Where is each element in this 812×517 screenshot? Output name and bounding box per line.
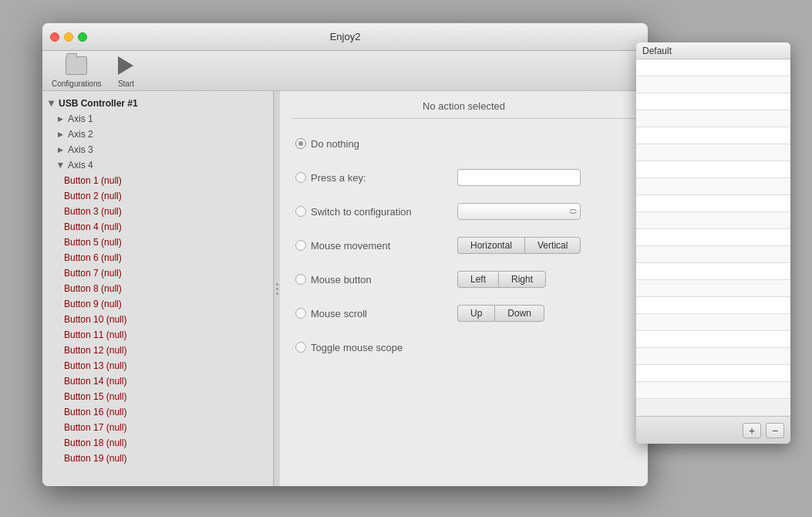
left-button[interactable]: Left: [457, 271, 498, 288]
list-item[interactable]: [636, 178, 790, 195]
button13-label: Button 13 (null): [64, 360, 126, 371]
axis-3[interactable]: ▶ Axis 3: [42, 142, 273, 157]
mouse-movement-label[interactable]: Mouse movement: [295, 240, 450, 252]
button-11[interactable]: Button 11 (null): [42, 327, 273, 343]
do-nothing-radio[interactable]: [295, 138, 306, 149]
mouse-scroll-row: Mouse scroll Up Down: [295, 301, 632, 326]
do-nothing-label[interactable]: Do nothing: [295, 138, 450, 150]
list-item[interactable]: [636, 280, 790, 297]
toolbar: Configurations Start: [42, 51, 648, 91]
up-button[interactable]: Up: [457, 305, 494, 322]
right-button[interactable]: Right: [498, 271, 546, 288]
button-3[interactable]: Button 3 (null): [42, 204, 273, 219]
list-item[interactable]: [636, 348, 790, 365]
list-item[interactable]: [636, 229, 790, 246]
main-window: Enjoy2 Configurations Start ▶: [42, 23, 648, 486]
axis2-label: Axis 2: [68, 129, 93, 140]
mouse-button-radio[interactable]: [295, 274, 306, 285]
list-item[interactable]: [636, 93, 790, 110]
list-item[interactable]: [636, 59, 790, 76]
button-18[interactable]: Button 18 (null): [42, 435, 273, 451]
key-input[interactable]: [457, 169, 581, 186]
button11-label: Button 11 (null): [64, 329, 126, 340]
toggle-mouse-radio[interactable]: [295, 342, 306, 353]
button-13[interactable]: Button 13 (null): [42, 358, 273, 373]
usb-controller-root[interactable]: ▶ USB Controller #1: [42, 96, 273, 111]
options-container: Do nothing Press a key:: [280, 119, 648, 372]
horizontal-button[interactable]: Horizontal: [457, 237, 524, 254]
list-item[interactable]: [636, 246, 790, 263]
button-5[interactable]: Button 5 (null): [42, 235, 273, 250]
button-14[interactable]: Button 14 (null): [42, 373, 273, 389]
button-10[interactable]: Button 10 (null): [42, 312, 273, 327]
list-item[interactable]: [636, 263, 790, 280]
traffic-lights: [50, 32, 87, 42]
do-nothing-row: Do nothing: [295, 131, 632, 156]
axis-4[interactable]: ▶ Axis 4: [42, 157, 273, 173]
default-title: Default: [642, 46, 672, 56]
list-item[interactable]: [636, 331, 790, 348]
list-item[interactable]: [636, 365, 790, 382]
axis1-arrow: ▶: [58, 115, 63, 123]
panel-header: No action selected: [291, 91, 636, 119]
mouse-button-text: Mouse button: [311, 274, 372, 286]
add-button[interactable]: +: [743, 423, 761, 438]
remove-button[interactable]: −: [766, 423, 784, 438]
start-button[interactable]: Start: [113, 53, 138, 88]
mouse-scroll-controls: Up Down: [457, 305, 544, 322]
switch-config-controls: [457, 203, 581, 220]
mouse-button-label[interactable]: Mouse button: [295, 274, 450, 286]
config-select-wrapper: [457, 203, 581, 220]
button18-label: Button 18 (null): [64, 438, 126, 448]
button-17[interactable]: Button 17 (null): [42, 420, 273, 435]
folder-icon: [66, 56, 87, 75]
list-item[interactable]: [636, 297, 790, 314]
mouse-scroll-label[interactable]: Mouse scroll: [295, 308, 450, 319]
switch-config-row: Switch to configuration: [295, 199, 632, 224]
maximize-button[interactable]: [78, 32, 87, 42]
list-item[interactable]: [636, 144, 790, 161]
button-9[interactable]: Button 9 (null): [42, 296, 273, 312]
axis-2[interactable]: ▶ Axis 2: [42, 127, 273, 142]
minimize-button[interactable]: [64, 32, 73, 42]
button-7[interactable]: Button 7 (null): [42, 265, 273, 281]
button-12[interactable]: Button 12 (null): [42, 343, 273, 358]
button2-label: Button 2 (null): [64, 191, 122, 201]
config-select[interactable]: [457, 203, 581, 220]
button-1[interactable]: Button 1 (null): [42, 173, 273, 188]
list-item[interactable]: [636, 195, 790, 212]
button-19[interactable]: Button 19 (null): [42, 451, 273, 466]
play-icon: [118, 56, 133, 75]
axis2-arrow: ▶: [58, 130, 63, 138]
mouse-movement-radio[interactable]: [295, 240, 306, 251]
press-key-radio[interactable]: [295, 172, 306, 183]
list-item[interactable]: [636, 314, 790, 331]
button-4[interactable]: Button 4 (null): [42, 219, 273, 235]
list-item[interactable]: [636, 110, 790, 127]
vertical-button[interactable]: Vertical: [524, 237, 581, 254]
press-key-label[interactable]: Press a key:: [295, 172, 450, 184]
button-8[interactable]: Button 8 (null): [42, 281, 273, 296]
list-item[interactable]: [636, 161, 790, 178]
list-item[interactable]: [636, 212, 790, 229]
button-6[interactable]: Button 6 (null): [42, 250, 273, 265]
button-16[interactable]: Button 16 (null): [42, 404, 273, 420]
close-button[interactable]: [50, 32, 59, 42]
resize-handle[interactable]: [274, 91, 280, 486]
list-item[interactable]: [636, 382, 790, 399]
button17-label: Button 17 (null): [64, 422, 126, 433]
configurations-button[interactable]: Configurations: [52, 53, 101, 88]
toggle-mouse-label[interactable]: Toggle mouse scope: [295, 342, 450, 353]
mouse-scroll-radio[interactable]: [295, 308, 306, 319]
switch-config-radio[interactable]: [295, 206, 306, 217]
down-button[interactable]: Down: [494, 305, 544, 322]
switch-config-label[interactable]: Switch to configuration: [295, 206, 450, 218]
axis-1[interactable]: ▶ Axis 1: [42, 111, 273, 127]
toggle-mouse-text: Toggle mouse scope: [311, 342, 403, 353]
button-15[interactable]: Button 15 (null): [42, 389, 273, 404]
sidebar[interactable]: ▶ USB Controller #1 ▶ Axis 1 ▶ Axis 2 ▶ …: [42, 91, 274, 486]
list-item[interactable]: [636, 76, 790, 93]
mouse-scroll-buttons: Up Down: [457, 305, 544, 322]
list-item[interactable]: [636, 127, 790, 144]
button-2[interactable]: Button 2 (null): [42, 188, 273, 204]
